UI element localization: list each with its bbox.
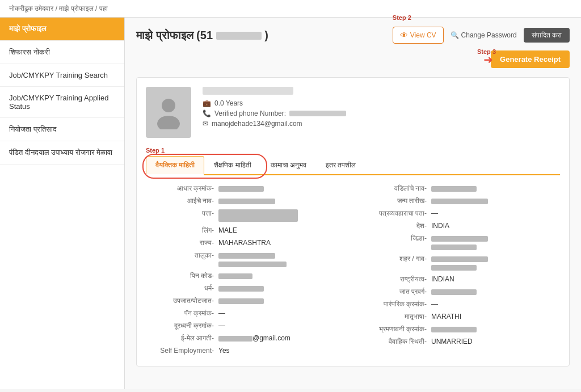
eye-icon: 👁 — [400, 31, 408, 40]
detail-email: ई-मेल आगती- @gmail.com — [146, 332, 347, 344]
profile-phone: 📞 Verified phone Number: — [203, 109, 560, 117]
tabs-wrapper: Step 1 वैयक्तिक माहिती शैक्षणिक माहिती क… — [146, 147, 560, 175]
view-cv-button[interactable]: 👁 View CV — [393, 27, 444, 44]
detail-district: जिल्हा- — [359, 232, 560, 252]
details-left-column: आधार क्रमांक- आईचे नाव- पत्ता- लिंग- MAL… — [146, 182, 347, 357]
tab-educational[interactable]: शैक्षणिक माहिती — [204, 156, 260, 174]
detail-self-employment: Self Employment- Yes — [146, 344, 347, 357]
detail-address: पत्ता- — [146, 207, 347, 224]
detail-taluka: तालुका- — [146, 249, 347, 269]
detail-traditional-number: पारंपरिक क्रमांक- — — [359, 298, 560, 310]
generate-receipt-wrapper: Step 3 ➜ Generate Receipt — [136, 50, 570, 68]
briefcase-icon: 💼 — [203, 99, 211, 107]
profile-top: 💼 0.0 Years 📞 Verified phone Number: ✉ m… — [146, 87, 560, 138]
avatar — [146, 87, 191, 138]
detail-state: राज्य- MAHARASHTRA — [146, 237, 347, 249]
detail-mothers-name: आईचे नाव- — [146, 195, 347, 207]
detail-marital-status: वैवाहिक स्थिती- UNMARRIED — [359, 335, 560, 348]
detail-mobile: भ्रमणध्वनी क्रमांक- — [359, 323, 560, 335]
sidebar-item-pandit-scheme[interactable]: पंडित दीनदयाल उपाध्याय रोजगार मेळावा — [0, 141, 124, 165]
header-actions: Step 2 👁 View CV 🔍 Change Password संपाद… — [393, 27, 570, 44]
profile-email: ✉ manojdehade134@gmail.com — [203, 120, 560, 128]
sidebar-item-employer-response[interactable]: नियोजता प्रतिसाद — [0, 118, 124, 141]
detail-caste-category: जात प्रवर्ग- — [359, 285, 560, 298]
detail-gender: लिंग- MALE — [146, 224, 347, 237]
change-password-button[interactable]: 🔍 Change Password — [451, 31, 517, 39]
sidebar-item-job-training-applied[interactable]: Job/CMYKPY Training Applied Status — [0, 87, 124, 118]
profile-info: 💼 0.0 Years 📞 Verified phone Number: ✉ m… — [203, 87, 560, 130]
detail-nationality: राष्ट्रीयत्व- INDIAN — [359, 273, 560, 285]
svg-point-0 — [162, 99, 175, 112]
detail-mother-tongue: मातृभाषा- MARATHI — [359, 310, 560, 323]
svg-point-1 — [157, 116, 180, 129]
sidebar-item-referred-jobs[interactable]: शिफारस नोकरी — [0, 41, 124, 64]
page-header: माझे प्रोफाइल (51 ) Step 2 👁 View CV 🔍 C… — [136, 27, 570, 44]
detail-fathers-name: वडिलांचे नाव- — [359, 182, 560, 195]
detail-aadhar: आधार क्रमांक- — [146, 182, 347, 195]
page-title: माझे प्रोफाइल (51 ) — [136, 29, 268, 42]
details-grid: आधार क्रमांक- आईचे नाव- पत्ता- लिंग- MAL… — [146, 182, 560, 357]
detail-dob: जन्म तारीख- — [359, 195, 560, 207]
breadcrumb: नोकरीढूक उमेदवार / माझे प्रोफाइल / पहा — [0, 0, 581, 18]
detail-pan: पॅन क्रमांक- — — [146, 307, 347, 319]
step1-label: Step 1 — [146, 147, 560, 154]
profile-section: 💼 0.0 Years 📞 Verified phone Number: ✉ m… — [136, 77, 570, 366]
tab-personal[interactable]: वैयक्तिक माहिती — [146, 156, 204, 175]
tab-work[interactable]: कामाचा अनुभव — [261, 156, 316, 174]
profile-name-blurred — [216, 32, 262, 40]
detail-city: शहर / गाव- — [359, 252, 560, 273]
phone-icon: 📞 — [203, 109, 211, 117]
lock-icon: 🔍 — [451, 31, 459, 39]
detail-correspondence-address: पत्रव्यवहाराचा पता- — — [359, 207, 560, 220]
detail-pincode: पिन कोड- — [146, 269, 347, 282]
sidebar-item-my-profile[interactable]: माझे प्रोफाइल — [0, 18, 124, 41]
edit-button[interactable]: संपादित करा — [524, 28, 570, 43]
detail-phone: दूरध्वनी क्रमांक- — — [146, 319, 347, 332]
step2-label: Step 2 — [393, 14, 411, 21]
generate-receipt-button[interactable]: Generate Receipt — [491, 50, 570, 68]
tab-other[interactable]: इतर तपशील — [316, 156, 365, 174]
details-right-column: वडिलांचे नाव- जन्म तारीख- पत्रव्यवहाराचा… — [359, 182, 560, 357]
sidebar: माझे प्रोफाइल शिफारस नोकरी Job/CMYKPY Tr… — [0, 18, 125, 389]
phone-number-blurred — [289, 111, 346, 116]
detail-country: देश- INDIA — [359, 220, 560, 232]
profile-experience: 💼 0.0 Years — [203, 99, 560, 107]
profile-name-bar — [203, 87, 293, 95]
profile-tabs: वैयक्तिक माहिती शैक्षणिक माहिती कामाचा अ… — [146, 156, 560, 175]
arrow-icon: ➜ — [483, 53, 493, 66]
detail-religion: धर्म- — [146, 282, 347, 294]
sidebar-item-job-training-search[interactable]: Job/CMYKPY Training Search — [0, 64, 124, 87]
detail-subcaste: उपजात/पोटजात- — [146, 294, 347, 307]
email-icon: ✉ — [203, 120, 208, 128]
main-content: माझे प्रोफाइल (51 ) Step 2 👁 View CV 🔍 C… — [125, 18, 581, 389]
